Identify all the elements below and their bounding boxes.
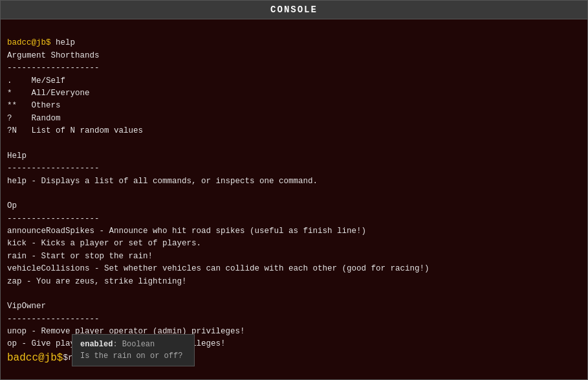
input-dollar: $ — [63, 353, 68, 363]
tooltip-description: Is the rain on or off? — [80, 352, 186, 361]
window-title: CONSOLE — [270, 5, 318, 15]
input-prompt: badcc@jb$ — [7, 352, 63, 364]
initial-command: help — [51, 38, 76, 47]
console-body[interactable]: badcc@jb$ help Argument Shorthands -----… — [1, 19, 587, 379]
console-window: CONSOLE badcc@jb$ help Argument Shorthan… — [0, 0, 588, 380]
prompt-label: badcc@jb$ — [7, 38, 51, 47]
tooltip-param-type: Boolean — [122, 340, 155, 349]
autocomplete-tooltip: enabled: Boolean Is the rain on or off? — [72, 334, 195, 366]
tooltip-param-line: enabled: Boolean — [80, 340, 186, 349]
tooltip-param-separator: : — [113, 340, 122, 349]
console-output: badcc@jb$ help Argument Shorthands -----… — [7, 25, 581, 351]
tooltip-param-name: enabled — [80, 340, 113, 349]
title-bar: CONSOLE — [1, 1, 587, 19]
